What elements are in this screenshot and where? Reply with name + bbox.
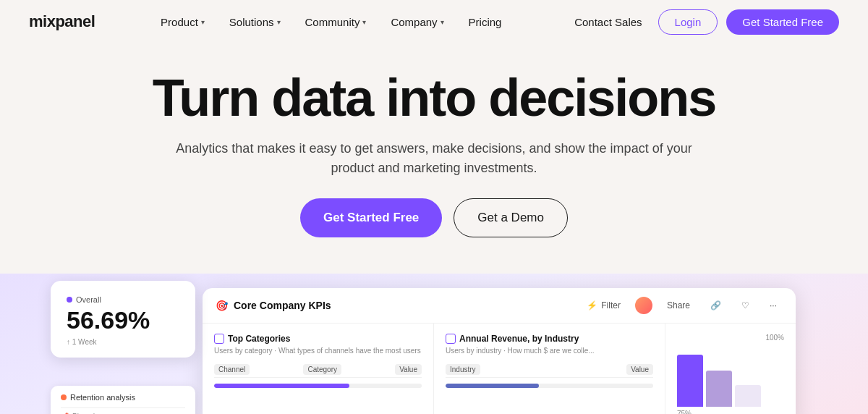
get-demo-button[interactable]: Get a Demo: [454, 198, 568, 237]
dashboard-actions: ⚡ Filter Share 🔗 ♡ ···: [581, 297, 783, 314]
annual-revenue-col: Annual Revenue, by Industry Users by ind…: [434, 324, 665, 414]
top-categories-col: Top Categories Users by category · What …: [203, 324, 434, 414]
login-button[interactable]: Login: [658, 9, 718, 35]
nav-pricing[interactable]: Pricing: [459, 10, 512, 34]
ellipsis-icon: ···: [770, 300, 777, 310]
top-categories-subtitle: Users by category · What types of channe…: [214, 347, 422, 355]
get-started-nav-button[interactable]: Get Started Free: [726, 9, 839, 35]
col-icon-2: [446, 334, 456, 344]
top-categories-title: Top Categories: [214, 334, 422, 344]
chevron-down-icon: ▾: [441, 18, 444, 26]
bar-2: [706, 371, 732, 407]
hero-section: Turn data into decisions Analytics that …: [0, 43, 868, 274]
retention-dot-icon: [61, 394, 67, 400]
stat-dot-icon: [67, 297, 72, 303]
preview-area: Overall 56.69% ↑ 1 Week Retention analys…: [0, 274, 868, 414]
logo[interactable]: mixpanel: [29, 12, 95, 31]
contact-sales-link[interactable]: Contact Sales: [567, 10, 649, 34]
share-button[interactable]: Share: [661, 297, 696, 313]
bar-3: [735, 385, 761, 407]
bar-1: [677, 355, 703, 407]
progress-bar-2: [446, 384, 653, 388]
nav-product[interactable]: Product ▾: [150, 10, 215, 34]
chart-col: 100% 75%: [665, 324, 796, 414]
industry-filter[interactable]: Industry: [446, 364, 480, 375]
nav-actions: Contact Sales Login Get Started Free: [567, 9, 839, 35]
get-started-button[interactable]: Get Started Free: [300, 198, 442, 237]
more-options-button[interactable]: ···: [764, 297, 783, 313]
stat-label: Overall: [67, 295, 179, 304]
progress-fill: [214, 384, 349, 388]
hero-buttons: Get Started Free Get a Demo: [29, 198, 839, 237]
heart-icon-button[interactable]: ♡: [736, 297, 755, 313]
channel-filter[interactable]: Channel: [214, 364, 250, 375]
kpi-icon: 🎯: [216, 300, 228, 311]
chevron-down-icon: ▾: [201, 18, 205, 26]
link-icon: 🔗: [710, 300, 721, 310]
dashboard-body: Top Categories Users by category · What …: [203, 324, 796, 414]
filter-icon: ⚡: [587, 300, 597, 310]
progress-bar: [214, 384, 422, 388]
progress-fill-2: [446, 384, 539, 388]
dashboard-title: 🎯 Core Company KPIs: [216, 300, 331, 311]
annual-revenue-title: Annual Revenue, by Industry: [446, 334, 653, 344]
pinned-row: 📌 Pinned: [61, 407, 185, 414]
heart-icon: ♡: [741, 300, 749, 310]
retention-card: Retention analysis 📌 Pinned: [51, 386, 195, 414]
table-header-2: Industry Value: [446, 362, 653, 378]
mini-chart: [677, 349, 784, 407]
chevron-down-icon: ▾: [277, 18, 281, 26]
dashboard-panel: 🎯 Core Company KPIs ⚡ Filter Share 🔗 ♡: [203, 288, 796, 414]
link-icon-button[interactable]: 🔗: [705, 297, 727, 313]
avatar: [635, 297, 652, 314]
chart-bottom-label: 75%: [677, 410, 784, 414]
category-filter[interactable]: Category: [303, 364, 341, 375]
navbar: mixpanel Product ▾ Solutions ▾ Community…: [0, 0, 868, 43]
col-icon: [214, 334, 224, 344]
nav-links: Product ▾ Solutions ▾ Community ▾ Compan…: [150, 10, 511, 34]
stat-card: Overall 56.69% ↑ 1 Week: [51, 281, 195, 358]
annual-revenue-subtitle: Users by industry · How much $ are we co…: [446, 347, 653, 355]
table-header: Channel Category Value: [214, 362, 422, 378]
stat-period: ↑ 1 Week: [67, 338, 179, 346]
filter-button[interactable]: ⚡ Filter: [581, 297, 626, 313]
stat-value: 56.69%: [67, 307, 179, 334]
retention-label: Retention analysis: [61, 393, 185, 402]
value-filter-2[interactable]: Value: [626, 364, 653, 375]
nav-solutions[interactable]: Solutions ▾: [219, 10, 291, 34]
value-filter[interactable]: Value: [395, 364, 422, 375]
chevron-down-icon: ▾: [362, 18, 366, 26]
dashboard-header: 🎯 Core Company KPIs ⚡ Filter Share 🔗 ♡: [203, 288, 796, 324]
hero-title: Turn data into decisions: [29, 71, 839, 126]
hero-subtitle: Analytics that makes it easy to get answ…: [174, 139, 694, 178]
nav-community[interactable]: Community ▾: [295, 10, 377, 34]
chart-label: 100%: [677, 334, 784, 342]
nav-company[interactable]: Company ▾: [380, 10, 454, 34]
